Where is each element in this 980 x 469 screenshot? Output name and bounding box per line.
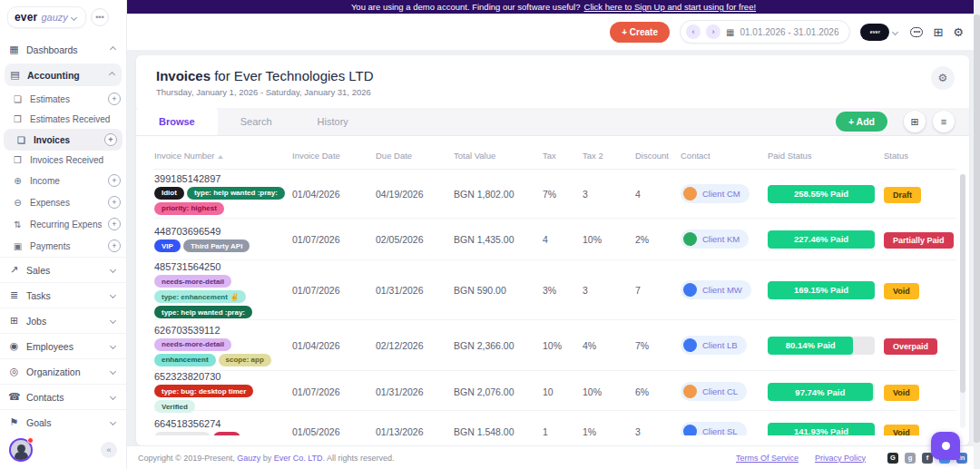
table-row[interactable]: 399185142897Idiottype: help wanted :pray…	[154, 170, 956, 219]
footer-link-terms-of-service[interactable]: Terms Of Service	[736, 454, 799, 463]
estimates-received-icon: ❒	[12, 114, 24, 124]
add-payments-button[interactable]: +	[108, 239, 121, 252]
sidebar-item-payments[interactable]: ▣Payments+	[0, 235, 126, 257]
column-header-contact[interactable]: Contact	[681, 151, 768, 161]
sidebar-item-goals[interactable]: ⚑Goals	[0, 409, 126, 433]
signup-link[interactable]: Click here to Sign Up and start using fo…	[584, 2, 757, 12]
add-income-button[interactable]: +	[108, 174, 121, 187]
sidebar-item-organization[interactable]: ◎Organization	[0, 358, 126, 384]
sidebar-item-dashboards[interactable]: ▦Dashboards	[0, 37, 126, 62]
status-badge: Void	[884, 425, 919, 436]
contact-chip[interactable]: Client CL	[681, 382, 747, 401]
column-header-invoice-date[interactable]: Invoice Date	[292, 151, 376, 161]
date-next-button[interactable]: ›	[706, 24, 720, 39]
contact-chip[interactable]: Client LB	[681, 336, 747, 355]
add-recurring-expenses-button[interactable]: +	[108, 218, 121, 230]
column-header-status[interactable]: Status	[884, 151, 956, 161]
contact-chip[interactable]: Client KM	[681, 230, 749, 249]
table-row[interactable]: 485731564250needs-more-detailtype: enhan…	[154, 260, 956, 320]
gitter-icon[interactable]: g	[905, 453, 916, 464]
sidebar-item-contacts[interactable]: ☎Contacts	[0, 384, 126, 409]
tab-search[interactable]: Search	[218, 108, 295, 135]
invoice-tags: VIPThird Party API	[154, 239, 287, 252]
date-prev-button[interactable]: ‹	[686, 24, 701, 39]
table-row[interactable]: 652323820730type: bug: desktop timerVeri…	[154, 371, 956, 411]
page-scrollbar[interactable]	[974, 0, 980, 469]
column-header-tax-2[interactable]: Tax 2	[583, 151, 635, 161]
organization-switcher[interactable]: ever gauzy	[7, 6, 86, 28]
date-range-picker[interactable]: ‹ › ▦ 01.01.2026 - 31.01.2026	[680, 20, 850, 44]
column-header-total-value[interactable]: Total Value	[454, 151, 543, 161]
card-header: Invoices for Ever Technologies LTD Thurs…	[136, 55, 969, 97]
column-header-due-date[interactable]: Due Date	[376, 151, 454, 161]
sidebar-item-accounting[interactable]: ▤Accounting	[5, 64, 122, 86]
user-menu[interactable]: ever	[860, 24, 900, 41]
paid-status-label: 141.93% Paid	[794, 426, 848, 435]
column-header-paid-status[interactable]: Paid Status	[768, 151, 884, 161]
discount-cell: 7	[635, 285, 681, 296]
total-value-cell: BGN 590.00	[454, 285, 543, 296]
sidebar-item-estimates-received[interactable]: ❒Estimates Received	[0, 110, 126, 129]
status-badge: Void	[884, 385, 919, 401]
add-invoices-button[interactable]: +	[104, 133, 117, 146]
invoice-number-cell: 448703696549VIPThird Party API	[154, 226, 292, 252]
column-header-tax[interactable]: Tax	[543, 151, 583, 161]
settings-gear-icon[interactable]: ⚙	[953, 26, 964, 38]
brand-gauzy: gauzy	[42, 12, 68, 23]
add-button[interactable]: + Add	[836, 112, 887, 132]
list-view-button[interactable]: ≡	[933, 111, 955, 132]
card-settings-gear-icon[interactable]: ⚙	[931, 66, 955, 90]
page-scrollbar-thumb[interactable]	[974, 15, 980, 443]
sidebar-item-recurring-expenses[interactable]: ⇅Recurring Expenses+	[0, 213, 126, 235]
table-row[interactable]: 664518356274priority: lowbug01/05/202601…	[154, 411, 956, 435]
table-scrollbar[interactable]	[960, 174, 965, 428]
add-estimates-button[interactable]: +	[108, 93, 121, 105]
support-chat-icon[interactable]: •••	[910, 27, 923, 37]
chat-fab-button[interactable]	[931, 432, 960, 460]
sidebar-item-label: Dashboards	[26, 44, 104, 55]
organization-icon: ◎	[8, 366, 20, 377]
footer-link-privacy-policy[interactable]: Privacy Policy	[815, 454, 866, 463]
sidebar-item-jobs[interactable]: ⊞Jobs	[0, 308, 126, 333]
grid-view-button[interactable]: ⊞	[904, 111, 926, 132]
page-title-bold: Invoices	[156, 68, 211, 83]
column-header-discount[interactable]: Discount	[635, 151, 681, 161]
contact-avatar	[683, 338, 697, 352]
sidebar-item-invoices-received[interactable]: ❒Invoices Received	[0, 151, 126, 170]
sidebar-item-estimates[interactable]: ❏Estimates+	[0, 88, 126, 110]
github-icon[interactable]: G	[887, 453, 898, 464]
more-options-button[interactable]: •••	[91, 8, 109, 26]
add-expenses-button[interactable]: +	[108, 196, 121, 209]
tabs-strip: BrowseSearchHistory + Add ⊞ ≡	[136, 108, 969, 136]
create-button[interactable]: + Create	[610, 22, 670, 43]
sidebar-item-invoices[interactable]: ❏Invoices+	[4, 129, 122, 151]
table-scrollbar-thumb[interactable]	[960, 174, 965, 393]
invoice-number: 664518356274	[154, 418, 287, 429]
contact-chip[interactable]: Client CM	[681, 184, 750, 203]
sidebar-item-income[interactable]: ⊕Income+	[0, 170, 126, 191]
user-avatar[interactable]	[9, 438, 33, 462]
sidebar-item-sales[interactable]: ↗Sales	[0, 257, 126, 282]
column-header-invoice-number[interactable]: Invoice Number	[154, 151, 292, 161]
contact-chip[interactable]: Client MW	[681, 280, 751, 299]
language-grid-icon[interactable]: ⊞	[933, 26, 943, 38]
tab-history[interactable]: History	[295, 108, 371, 135]
paid-status-bar: 169.15% Paid	[768, 281, 875, 299]
table-row[interactable]: 626703539112needs-more-detailenhancement…	[154, 320, 956, 371]
total-value-cell: BGN 2,076.00	[454, 386, 543, 397]
tag-pill: type: help wanted :pray:	[187, 187, 285, 200]
table-row[interactable]: 448703696549VIPThird Party API01/07/2026…	[154, 219, 956, 260]
tag-pill: enhancement	[154, 354, 216, 366]
sidebar-collapse-button[interactable]: «	[101, 442, 117, 458]
sidebar-item-employees[interactable]: ◉Employees	[0, 333, 126, 358]
contact-chip[interactable]: Client SL	[681, 422, 747, 436]
paid-status-cell: 258.55% Paid	[768, 185, 884, 203]
footer-copyright-link[interactable]: Ever Co. LTD	[274, 454, 323, 463]
tab-browse[interactable]: Browse	[136, 108, 218, 135]
sidebar: ever gauzy ••• ▦Dashboards▤Accounting❏Es…	[0, 0, 127, 469]
due-date-cell: 04/19/2026	[376, 189, 454, 200]
total-value-cell: BGN 1,435.00	[454, 234, 543, 245]
sidebar-item-tasks[interactable]: ≣Tasks	[0, 282, 126, 308]
footer-copyright-link[interactable]: Gauzy	[237, 454, 260, 463]
sidebar-item-expenses[interactable]: ⊖Expenses+	[0, 191, 126, 213]
